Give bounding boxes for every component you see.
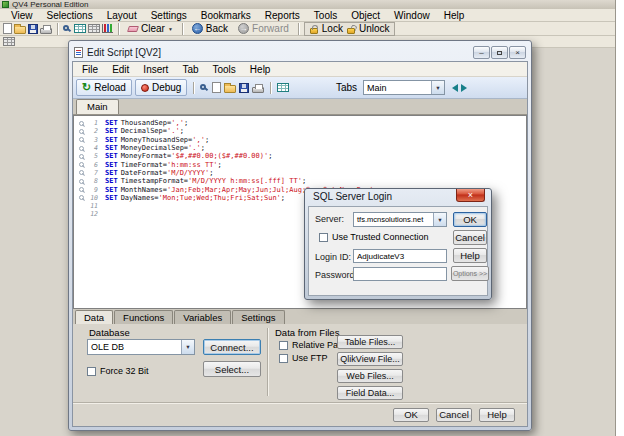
new-tab-icon[interactable] <box>212 82 221 93</box>
sql-dialog-close-button[interactable]: × <box>456 189 485 202</box>
app-menu-item[interactable]: Settings <box>144 10 194 21</box>
maximize-icon <box>497 51 502 55</box>
field-data-button[interactable]: Field Data... <box>337 386 403 400</box>
lock-icon[interactable] <box>310 28 318 34</box>
maximize-button[interactable] <box>491 46 508 59</box>
trusted-connection-row: Use Trusted Connection <box>319 232 429 242</box>
code-text: MonthNames= <box>121 186 167 194</box>
app-titlebar[interactable]: QV4 Personal Edition <box>0 0 615 9</box>
app-menu-item[interactable]: Layout <box>100 10 144 21</box>
ok-button[interactable]: OK <box>393 408 429 422</box>
sql-help-button[interactable]: Help <box>453 248 487 263</box>
code-keyword: SET <box>105 161 118 169</box>
bottom-tab[interactable]: Settings <box>232 310 284 324</box>
cancel-button[interactable]: Cancel <box>436 408 472 422</box>
print-icon[interactable] <box>40 28 52 34</box>
code-text: ThousandSep= <box>121 119 172 127</box>
use-ftp-checkbox[interactable] <box>279 354 288 363</box>
print-script-icon[interactable] <box>252 87 264 93</box>
line-gutter <box>77 187 86 192</box>
line-number: 11 <box>86 202 98 210</box>
bottom-tab[interactable]: Functions <box>114 310 173 324</box>
dropdown-icon[interactable]: ▼ <box>181 340 194 354</box>
dropdown-icon[interactable]: ▼ <box>431 81 444 94</box>
reload-button[interactable]: ↻ Reload <box>76 79 132 96</box>
password-label: Password: <box>315 270 357 280</box>
debug-button[interactable]: Debug <box>135 79 187 96</box>
qlikview-file-button[interactable]: QlikView File... <box>337 352 403 366</box>
pivot-table-icon[interactable] <box>88 24 100 33</box>
bottom-tab[interactable]: Data <box>75 310 113 324</box>
dropdown-icon: ▼ <box>168 26 173 32</box>
line-marker-icon <box>79 162 84 167</box>
database-combobox[interactable]: OLE DB ▼ <box>87 339 195 355</box>
design-grid-icon[interactable] <box>3 37 15 46</box>
search-icon[interactable] <box>63 25 69 31</box>
force-32bit-label: Force 32 Bit <box>100 366 149 376</box>
move-tab-right-icon[interactable] <box>461 84 471 92</box>
chart-icon[interactable] <box>102 24 113 33</box>
find-icon[interactable] <box>200 84 206 90</box>
edit-script-menu-item[interactable]: File <box>75 64 105 75</box>
connect-button[interactable]: Connect... <box>203 339 261 355</box>
edit-script-menu-item[interactable]: Insert <box>136 64 175 75</box>
script-line: 6 SET TimeFormat= 'h:mm:ss TT' ; <box>74 160 526 168</box>
help-button[interactable]: Help <box>479 408 515 422</box>
new-file-icon[interactable] <box>3 23 12 34</box>
bottom-tabstrip: DataFunctionsVariablesSettings <box>73 309 527 324</box>
app-menu-item[interactable]: Reports <box>258 10 307 21</box>
dropdown-icon[interactable]: ▼ <box>433 213 446 226</box>
forward-button[interactable]: → Forward <box>234 22 293 35</box>
open-file-icon[interactable] <box>14 26 26 34</box>
back-button[interactable]: ← Back <box>188 22 232 35</box>
tabs-combobox[interactable]: Main ▼ <box>363 80 445 95</box>
lock-label[interactable]: Lock <box>322 23 343 34</box>
sql-cancel-button[interactable]: Cancel <box>453 230 487 245</box>
edit-script-titlebar[interactable]: Edit Script [QV2] – × <box>72 44 528 61</box>
app-menu-item[interactable]: Help <box>437 10 472 21</box>
save-icon[interactable] <box>28 24 38 34</box>
edit-script-menu-item[interactable]: Tab <box>175 64 205 75</box>
tab-main[interactable]: Main <box>76 99 119 114</box>
app-menu-item[interactable]: Object <box>344 10 387 21</box>
select-button[interactable]: Select... <box>203 361 261 377</box>
edit-script-menu-item[interactable]: Edit <box>105 64 136 75</box>
database-combobox-value: OLE DB <box>91 342 124 352</box>
sql-options-button[interactable]: Options >> <box>451 266 489 281</box>
app-menu-item[interactable]: View <box>4 10 40 21</box>
force-32bit-checkbox[interactable] <box>87 367 96 376</box>
minimize-button[interactable]: – <box>473 46 490 59</box>
line-gutter <box>77 204 86 209</box>
sql-ok-button[interactable]: OK <box>453 212 487 227</box>
table-icon[interactable] <box>74 24 86 33</box>
web-files-button[interactable]: Web Files... <box>337 369 403 383</box>
bottom-tab[interactable]: Variables <box>174 310 231 324</box>
server-combobox[interactable]: tfs.mcnsolutions.net ▼ <box>353 212 447 227</box>
app-menu-item[interactable]: Selections <box>40 10 100 21</box>
line-number: 10 <box>86 194 98 202</box>
panel-divider <box>267 328 269 396</box>
move-tab-left-icon[interactable] <box>448 84 458 92</box>
code-text: DateFormat= <box>121 169 167 177</box>
server-label: Server: <box>315 214 344 224</box>
password-field[interactable] <box>353 267 447 281</box>
table-files-button[interactable]: Table Files... <box>337 335 403 349</box>
code-text: DecimalSep= <box>121 127 167 135</box>
trusted-connection-checkbox[interactable] <box>319 233 328 242</box>
login-id-field[interactable] <box>353 249 447 263</box>
edit-script-menu-item[interactable]: Tools <box>206 64 243 75</box>
edit-script-menu-item[interactable]: Help <box>243 64 278 75</box>
code-keyword: SET <box>105 186 118 194</box>
relative-paths-checkbox[interactable] <box>279 341 288 350</box>
app-menu-item[interactable]: Bookmarks <box>194 10 258 21</box>
insert-table-icon[interactable] <box>277 83 289 92</box>
open-script-icon[interactable] <box>224 85 236 93</box>
app-menu-item[interactable]: Tools <box>307 10 344 21</box>
unlock-icon[interactable] <box>347 28 355 34</box>
save-script-icon[interactable] <box>239 83 249 93</box>
sql-dialog-title[interactable]: SQL Server Login <box>313 191 392 202</box>
unlock-label[interactable]: Unlock <box>359 23 390 34</box>
close-button[interactable]: × <box>509 46 526 59</box>
app-menu-item[interactable]: Window <box>387 10 437 21</box>
clear-button[interactable]: Clear ▼ <box>124 22 177 35</box>
